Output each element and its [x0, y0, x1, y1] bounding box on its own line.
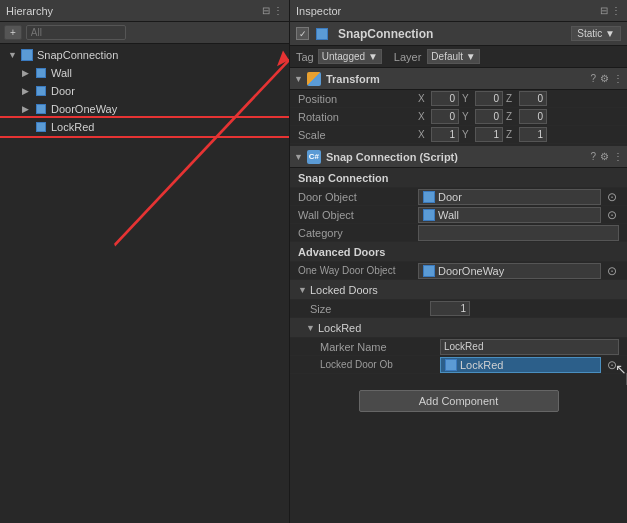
static-dropdown-arrow[interactable]: ▼: [605, 28, 615, 39]
tree-item-wall[interactable]: ▶ Wall: [0, 64, 289, 82]
expand-arrow-dooroneway: ▶: [22, 104, 34, 114]
hierarchy-title: Hierarchy: [6, 5, 53, 17]
inspector-panel: Inspector ⊟ ⋮ SnapConnection Static ▼ Ta…: [290, 0, 627, 523]
hierarchy-header-icons: ⊟ ⋮: [262, 5, 283, 16]
position-z-input[interactable]: [519, 91, 547, 106]
rotation-y-label: Y: [462, 111, 472, 122]
snap-script-icon: C#: [306, 149, 322, 165]
object-header-icon: [315, 27, 329, 41]
snap-script-settings-btn[interactable]: ⚙: [600, 151, 609, 162]
layer-value: Default: [431, 51, 463, 62]
tag-label: Tag: [296, 51, 314, 63]
category-input[interactable]: [418, 225, 619, 241]
lockred-label: LockRed: [51, 121, 94, 133]
lockred-expand: ▼: [306, 323, 315, 333]
position-y-input[interactable]: [475, 91, 503, 106]
rotation-label: Rotation: [298, 111, 418, 123]
locked-door-obj-value: LockRed ⊙ ↖ +: [440, 357, 619, 373]
snap-script-section-header[interactable]: ▼ C# Snap Connection (Script) ? ⚙ ⋮: [290, 146, 627, 168]
transform-section-header[interactable]: ▼ Transform ? ⚙ ⋮: [290, 68, 627, 90]
hierarchy-lock-icon[interactable]: ⊟: [262, 5, 270, 16]
tree-item-lockred[interactable]: LockRed: [0, 118, 289, 136]
tree-item-snap-connection[interactable]: ▼ SnapConnection: [0, 46, 289, 64]
inspector-lock-icon[interactable]: ⊟: [600, 5, 608, 16]
expand-arrow-wall: ▶: [22, 68, 34, 78]
hierarchy-search-input[interactable]: [26, 25, 126, 40]
wall-object-target-btn[interactable]: ⊙: [605, 208, 619, 222]
add-component-container: Add Component: [290, 374, 627, 428]
snap-script-title: Snap Connection (Script): [326, 151, 591, 163]
rotation-x-label: X: [418, 111, 428, 122]
snap-connection-icon: [20, 48, 34, 62]
inspector-header: Inspector ⊟ ⋮: [290, 0, 627, 22]
static-badge[interactable]: Static ▼: [571, 26, 621, 41]
snap-script-menu-btn[interactable]: ⋮: [613, 151, 623, 162]
tree-item-door[interactable]: ▶ Door: [0, 82, 289, 100]
layer-select[interactable]: Default ▼: [427, 49, 479, 64]
rotation-z-input[interactable]: [519, 109, 547, 124]
scale-x-input[interactable]: [431, 127, 459, 142]
dooroneway-icon: [34, 102, 48, 116]
locked-doors-expand: ▼: [298, 285, 307, 295]
expand-arrow-door: ▶: [22, 86, 34, 96]
door-object-row: Door Object Door ⊙: [290, 188, 627, 206]
tree-item-dooroneway[interactable]: ▶ DoorOneWay: [0, 100, 289, 118]
hierarchy-header-left: Hierarchy: [6, 5, 53, 17]
inspector-title: Inspector: [296, 5, 341, 17]
marker-name-input[interactable]: [440, 339, 619, 355]
locked-door-obj-row: Locked Door Ob LockRed ⊙ ↖ +: [290, 356, 627, 374]
tag-select[interactable]: Untagged ▼: [318, 49, 382, 64]
marker-name-row: Marker Name: [290, 338, 627, 356]
wall-object-row: Wall Object Wall ⊙: [290, 206, 627, 224]
expand-arrow-snap-connection: ▼: [8, 50, 20, 60]
locked-door-obj-field[interactable]: LockRed: [440, 357, 601, 373]
position-x-input[interactable]: [431, 91, 459, 106]
door-object-label: Door Object: [298, 191, 418, 203]
wall-object-field-icon: [423, 209, 435, 221]
transform-settings-btn[interactable]: ⚙: [600, 73, 609, 84]
transform-actions: ? ⚙ ⋮: [590, 73, 623, 84]
one-way-door-field[interactable]: DoorOneWay: [418, 263, 601, 279]
inspector-header-icons: ⊟ ⋮: [600, 5, 621, 16]
scale-x-label: X: [418, 129, 428, 140]
inspector-menu-icon[interactable]: ⋮: [611, 5, 621, 16]
hierarchy-add-button[interactable]: +: [4, 25, 22, 40]
rotation-y-input[interactable]: [475, 109, 503, 124]
size-input[interactable]: [430, 301, 470, 316]
scale-y-input[interactable]: [475, 127, 503, 142]
size-label: Size: [310, 303, 430, 315]
category-label: Category: [298, 227, 418, 239]
scale-z-input[interactable]: [519, 127, 547, 142]
wall-object-field[interactable]: Wall: [418, 207, 601, 223]
transform-menu-btn[interactable]: ⋮: [613, 73, 623, 84]
size-row: Size: [290, 300, 627, 318]
hierarchy-toolbar: +: [0, 22, 289, 44]
locked-doors-subsection-header[interactable]: ▼ Locked Doors: [290, 280, 627, 300]
snap-script-help-btn[interactable]: ?: [590, 151, 596, 162]
snap-connection-sub-label: Snap Connection: [298, 172, 388, 184]
object-active-checkbox[interactable]: [296, 27, 309, 40]
wall-object-field-text: Wall: [438, 209, 459, 221]
hierarchy-panel: Hierarchy ⊟ ⋮ + ▼ SnapConnection ▶ Wall: [0, 0, 290, 523]
add-component-button[interactable]: Add Component: [359, 390, 559, 412]
door-object-target-btn[interactable]: ⊙: [605, 190, 619, 204]
lockred-subsection-header[interactable]: ▼ LockRed: [290, 318, 627, 338]
door-label: Door: [51, 85, 75, 97]
door-object-value: Door ⊙: [418, 189, 619, 205]
position-z-label: Z: [506, 93, 516, 104]
one-way-door-target-btn[interactable]: ⊙: [605, 264, 619, 278]
snap-script-expand-icon: ▼: [294, 152, 303, 162]
object-name: SnapConnection: [338, 27, 565, 41]
locked-door-obj-field-text: LockRed: [460, 359, 503, 371]
transform-help-btn[interactable]: ?: [590, 73, 596, 84]
hierarchy-menu-icon[interactable]: ⋮: [273, 5, 283, 16]
snap-script-actions: ? ⚙ ⋮: [590, 151, 623, 162]
door-object-field[interactable]: Door: [418, 189, 601, 205]
position-y-label: Y: [462, 93, 472, 104]
tag-layer-row: Tag Untagged ▼ Layer Default ▼: [290, 46, 627, 68]
scale-label: Scale: [298, 129, 418, 141]
dooroneway-label: DoorOneWay: [51, 103, 117, 115]
locked-door-obj-target-btn[interactable]: ⊙: [605, 358, 619, 372]
object-header: SnapConnection Static ▼: [290, 22, 627, 46]
rotation-x-input[interactable]: [431, 109, 459, 124]
